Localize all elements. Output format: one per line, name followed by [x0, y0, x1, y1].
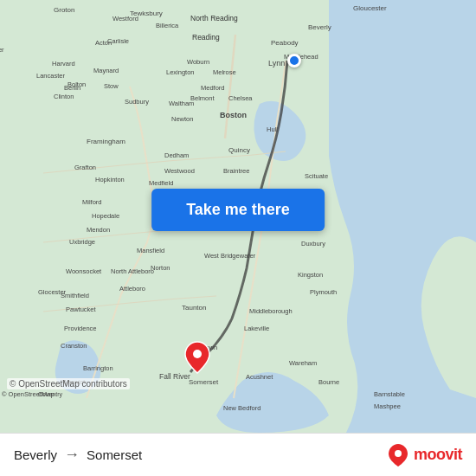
svg-text:Woburn: Woburn: [187, 58, 209, 66]
svg-text:Billerica: Billerica: [156, 22, 179, 29]
svg-text:Braintree: Braintree: [223, 167, 249, 175]
svg-text:© OpenStreetMap: © OpenStreetMap: [2, 390, 55, 398]
svg-text:Bourne: Bourne: [318, 378, 339, 386]
svg-text:Scituate: Scituate: [305, 172, 328, 180]
svg-text:Mendon: Mendon: [87, 226, 110, 234]
moovit-logo: moovit: [388, 443, 462, 467]
svg-text:Boston: Boston: [220, 111, 247, 119]
svg-text:Lakeville: Lakeville: [244, 325, 269, 332]
svg-text:Westwood: Westwood: [164, 167, 195, 175]
svg-text:Reading: Reading: [192, 33, 220, 42]
svg-text:Norton: Norton: [151, 264, 170, 272]
svg-text:Bolton: Bolton: [68, 80, 86, 88]
route-to: Somerset: [87, 447, 142, 462]
svg-text:Plymouth: Plymouth: [310, 288, 337, 296]
svg-text:New Bedford: New Bedford: [223, 404, 261, 412]
svg-text:Mashpee: Mashpee: [374, 402, 401, 410]
bottom-bar: Beverly → Somerset moovit: [0, 433, 476, 476]
take-me-there-button[interactable]: Take me there: [151, 189, 325, 231]
svg-text:Duxbury: Duxbury: [301, 240, 325, 248]
svg-text:Groton: Groton: [54, 6, 74, 14]
svg-text:Somerset: Somerset: [189, 378, 219, 386]
origin-pin: [183, 340, 211, 378]
svg-text:Grafton: Grafton: [74, 164, 96, 171]
svg-text:Framingham: Framingham: [87, 138, 125, 145]
svg-text:Melrose: Melrose: [213, 68, 236, 76]
svg-text:Kingston: Kingston: [298, 271, 323, 279]
svg-text:Taunton: Taunton: [182, 304, 206, 312]
svg-text:Gloucester: Gloucester: [353, 4, 387, 12]
svg-text:Cranston: Cranston: [61, 342, 87, 350]
svg-text:Mansfield: Mansfield: [137, 247, 164, 254]
svg-text:Harvard: Harvard: [52, 60, 75, 68]
svg-text:Hopkinton: Hopkinton: [95, 176, 125, 183]
svg-text:Maynard: Maynard: [93, 67, 119, 74]
svg-text:Hull: Hull: [267, 125, 278, 133]
svg-text:Medfield: Medfield: [149, 179, 173, 187]
svg-text:Wareham: Wareham: [289, 359, 317, 367]
svg-text:Westford: Westford: [113, 15, 138, 23]
svg-text:Quincy: Quincy: [228, 146, 250, 154]
svg-text:Lexington: Lexington: [166, 68, 195, 76]
svg-text:Beverly: Beverly: [308, 23, 331, 31]
svg-text:Hopedale: Hopedale: [92, 212, 119, 220]
route-arrow-icon: →: [64, 446, 80, 464]
svg-point-82: [395, 450, 402, 457]
svg-text:Attleboro: Attleboro: [119, 285, 145, 293]
svg-text:Medford: Medford: [201, 84, 225, 92]
svg-text:Woonsocket: Woonsocket: [66, 267, 102, 275]
svg-text:Lynn: Lynn: [268, 59, 285, 68]
svg-text:Milford: Milford: [82, 198, 102, 206]
svg-text:Barnstable: Barnstable: [374, 390, 405, 398]
map-container: Groton Tewksbury North Reading Reading P…: [0, 0, 476, 433]
svg-text:Uxbridge: Uxbridge: [69, 238, 95, 246]
svg-text:Dedham: Dedham: [164, 151, 189, 159]
svg-text:Belmont: Belmont: [190, 94, 215, 102]
svg-text:Lancaster: Lancaster: [36, 72, 65, 80]
moovit-logo-icon: [388, 443, 408, 467]
svg-text:North Reading: North Reading: [190, 14, 238, 23]
svg-text:minster: minster: [0, 46, 4, 54]
route-from: Beverly: [14, 447, 57, 462]
svg-text:Barrington: Barrington: [83, 364, 113, 372]
svg-text:Chelsea: Chelsea: [228, 94, 253, 102]
svg-text:Smithfield: Smithfield: [61, 292, 89, 299]
svg-text:Sudbury: Sudbury: [125, 98, 149, 106]
svg-text:Peabody: Peabody: [271, 39, 299, 47]
svg-text:Pawtucket: Pawtucket: [66, 306, 97, 313]
svg-text:Carlisle: Carlisle: [107, 37, 129, 45]
svg-point-81: [193, 350, 202, 358]
svg-text:Stow: Stow: [104, 82, 119, 90]
route-info: Beverly → Somerset: [14, 446, 388, 464]
svg-text:West Bridgewater: West Bridgewater: [204, 252, 256, 260]
svg-text:Clinton: Clinton: [54, 93, 74, 100]
destination-pin: [287, 54, 301, 68]
svg-text:Acushnet: Acushnet: [246, 373, 273, 381]
svg-text:North Attleboro: North Attleboro: [111, 267, 154, 275]
moovit-label: moovit: [414, 446, 462, 464]
svg-text:Providence: Providence: [64, 325, 97, 332]
svg-text:Middleborough: Middleborough: [249, 307, 293, 315]
svg-text:Newton: Newton: [171, 115, 193, 123]
map-attribution: © OpenStreetMap contributors: [7, 378, 130, 389]
